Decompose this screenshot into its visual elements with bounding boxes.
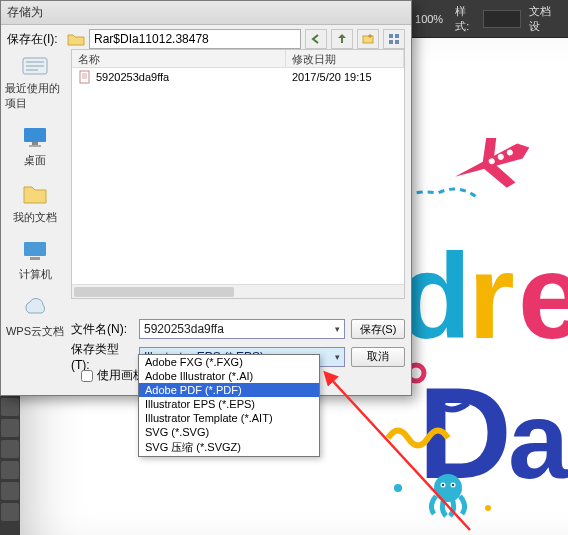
tool-button[interactable]	[1, 398, 19, 416]
zoom-readout[interactable]: 100%	[415, 13, 443, 25]
nav-newfolder-button[interactable]	[357, 29, 379, 49]
file-list-area[interactable]: 名称 修改日期 5920253da9ffa 2017/5/20 19:15	[71, 49, 405, 299]
svg-rect-28	[80, 71, 89, 83]
svg-rect-17	[363, 36, 373, 43]
file-list-header: 名称 修改日期	[72, 50, 404, 68]
svg-rect-24	[32, 142, 38, 145]
scrollbar-thumb[interactable]	[74, 287, 234, 297]
save-button[interactable]: 保存(S)	[351, 319, 405, 339]
sidebar-item-label: WPS云文档	[6, 324, 64, 339]
file-date: 2017/5/20 19:15	[292, 71, 398, 83]
filetype-option[interactable]: Adobe FXG (*.FXG)	[139, 355, 319, 369]
sidebar-item-computer[interactable]: 计算机	[19, 237, 52, 282]
svg-text:r: r	[468, 229, 515, 363]
sidebar-item-label: 桌面	[24, 153, 46, 168]
sidebar-item-desktop[interactable]: 桌面	[19, 123, 51, 168]
computer-icon	[19, 237, 51, 265]
filetype-dropdown[interactable]: Adobe FXG (*.FXG) Adobe Illustrator (*.A…	[138, 354, 320, 457]
tool-button[interactable]	[1, 482, 19, 500]
save-as-dialog: 存储为 保存在(I): Rar$DIa11012.38478 最近使用的项目	[0, 0, 412, 396]
svg-rect-21	[395, 40, 399, 44]
filetype-option[interactable]: Adobe Illustrator (*.AI)	[139, 369, 319, 383]
svg-point-16	[485, 505, 491, 511]
location-label: 保存在(I):	[7, 31, 63, 48]
filetype-option[interactable]: Illustrator Template (*.AIT)	[139, 411, 319, 425]
filetype-option[interactable]: SVG (*.SVG)	[139, 425, 319, 439]
svg-text:a: a	[508, 378, 568, 501]
recent-icon	[19, 51, 51, 79]
sidebar-item-recent[interactable]: 最近使用的项目	[5, 51, 65, 111]
filetype-option[interactable]: SVG 压缩 (*.SVGZ)	[139, 439, 319, 456]
location-value: Rar$DIa11012.38478	[94, 32, 209, 46]
cloud-icon	[19, 294, 51, 322]
tool-button[interactable]	[1, 419, 19, 437]
tool-button[interactable]	[1, 461, 19, 479]
filename-input[interactable]: 5920253da9ffa ▾	[139, 319, 345, 339]
places-sidebar: 最近使用的项目 桌面 我的文档 计算机 WPS云文档	[5, 51, 65, 339]
filetype-option-selected[interactable]: Adobe PDF (*.PDF)	[139, 383, 319, 397]
svg-rect-19	[395, 34, 399, 38]
dialog-title: 存储为	[7, 4, 43, 21]
filename-value: 5920253da9ffa	[144, 322, 224, 336]
documents-icon	[19, 180, 51, 208]
svg-rect-25	[29, 145, 41, 147]
svg-point-14	[452, 484, 454, 486]
tool-button[interactable]	[1, 440, 19, 458]
horizontal-scrollbar[interactable]	[72, 284, 404, 298]
svg-point-13	[442, 484, 444, 486]
location-combo[interactable]: Rar$DIa11012.38478	[89, 29, 301, 49]
style-swatch[interactable]	[483, 10, 521, 28]
svg-rect-26	[24, 242, 46, 256]
style-label: 样式:	[455, 4, 479, 34]
svg-rect-27	[30, 257, 40, 260]
sidebar-item-label: 我的文档	[13, 210, 57, 225]
use-artboard-checkbox[interactable]	[81, 370, 93, 382]
folder-icon	[67, 32, 85, 46]
file-row[interactable]: 5920253da9ffa 2017/5/20 19:15	[72, 68, 404, 86]
tool-button[interactable]	[1, 503, 19, 521]
nav-up-button[interactable]	[331, 29, 353, 49]
chevron-down-icon: ▾	[335, 324, 340, 334]
column-date[interactable]: 修改日期	[286, 50, 404, 67]
svg-point-15	[394, 484, 402, 492]
filetype-option[interactable]: Illustrator EPS (*.EPS)	[139, 397, 319, 411]
nav-view-button[interactable]	[383, 29, 405, 49]
nav-back-button[interactable]	[305, 29, 327, 49]
filename-label: 文件名(N):	[71, 321, 133, 338]
cancel-button[interactable]: 取消	[351, 347, 405, 367]
dialog-titlebar: 存储为	[1, 1, 411, 25]
file-icon	[78, 70, 92, 84]
sidebar-item-label: 计算机	[19, 267, 52, 282]
file-name: 5920253da9ffa	[96, 71, 292, 83]
sidebar-item-wpscloud[interactable]: WPS云文档	[6, 294, 64, 339]
sidebar-item-label: 最近使用的项目	[5, 81, 65, 111]
doc-setup-label[interactable]: 文档设	[529, 4, 560, 34]
sidebar-item-documents[interactable]: 我的文档	[13, 180, 57, 225]
desktop-icon	[19, 123, 51, 151]
column-name[interactable]: 名称	[72, 50, 286, 67]
svg-rect-18	[389, 34, 393, 38]
svg-rect-20	[389, 40, 393, 44]
svg-point-10	[434, 474, 462, 502]
svg-rect-23	[24, 128, 46, 142]
chevron-down-icon: ▾	[335, 352, 340, 362]
svg-text:e: e	[518, 229, 568, 363]
